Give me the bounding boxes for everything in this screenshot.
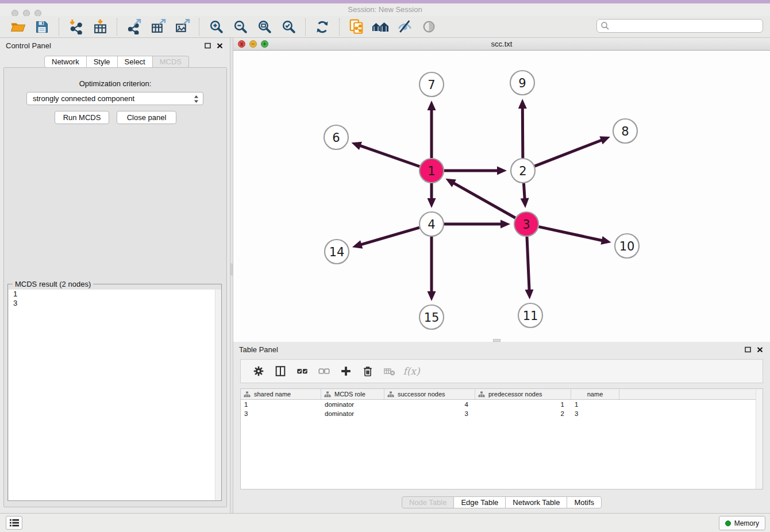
memory-button[interactable]: Memory	[719, 516, 765, 530]
column-header-name[interactable]: name	[571, 389, 619, 399]
zoom-selected-icon[interactable]	[279, 18, 298, 36]
network-close-button[interactable]: x	[238, 40, 245, 48]
export-network-icon[interactable]	[125, 18, 143, 36]
network-canvas[interactable]: 7968124314101511	[233, 51, 770, 342]
graph-node-label: 11	[523, 309, 538, 323]
network-maximize-button[interactable]: +	[261, 40, 268, 48]
splitter-handle[interactable]	[230, 263, 233, 276]
graph-node-label: 15	[424, 311, 440, 325]
graph-edge-3-10[interactable]	[538, 227, 604, 241]
toolbar-separator	[339, 18, 340, 36]
column-header-MCDS-role[interactable]: MCDS role	[321, 389, 384, 399]
show-graphics-details-icon[interactable]	[419, 18, 438, 36]
import-table-icon[interactable]	[91, 18, 109, 36]
memory-status-icon	[725, 521, 731, 526]
table-cell: 1	[571, 400, 619, 409]
float-panel-icon[interactable]	[205, 43, 211, 49]
column-header-shared-name[interactable]: shared name	[241, 389, 321, 399]
criterion-dropdown[interactable]: strongly connected component	[26, 92, 203, 105]
tab-mcds[interactable]: MCDS	[152, 56, 189, 68]
table-body: 1dominator4113dominator323	[241, 400, 763, 418]
deselect-all-columns-icon[interactable]	[314, 361, 334, 381]
node-table: shared nameMCDS rolesuccessor nodesprede…	[240, 388, 763, 489]
result-scrollbar[interactable]	[215, 290, 221, 500]
duplicate-network-icon[interactable]	[347, 18, 365, 36]
search-input[interactable]	[596, 19, 763, 33]
task-list-icon	[9, 518, 20, 527]
tab-network[interactable]: Network	[44, 56, 87, 68]
tab-motifs[interactable]: Motifs	[567, 496, 602, 508]
network-window-title: scc.txt	[233, 38, 770, 51]
show-columns-icon[interactable]	[271, 361, 290, 381]
tab-select[interactable]: Select	[117, 56, 153, 68]
table-cell: 3	[571, 409, 619, 418]
open-file-icon[interactable]	[9, 18, 27, 36]
select-all-columns-icon[interactable]	[292, 361, 312, 381]
graph-node-9[interactable]: 9	[510, 71, 534, 95]
column-header-label: shared name	[254, 391, 291, 398]
tab-style[interactable]: Style	[86, 56, 118, 68]
add-column-icon[interactable]	[336, 361, 356, 381]
hide-graphics-details-icon[interactable]	[395, 18, 414, 36]
delete-column-trash-icon[interactable]	[358, 361, 378, 381]
graph-node-10[interactable]: 10	[615, 234, 639, 258]
tab-node-table[interactable]: Node Table	[402, 496, 455, 508]
float-panel-icon[interactable]	[745, 346, 752, 353]
graph-edge-arrowhead	[500, 220, 510, 229]
graph-edge-2-9[interactable]	[522, 106, 523, 158]
control-panel: Control Panel Network Style Select MCDS …	[0, 38, 230, 513]
table-row[interactable]: 1dominator411	[241, 400, 763, 409]
table-settings-gear-icon[interactable]	[249, 361, 268, 381]
table-cell: 1	[241, 400, 321, 409]
graph-node-8[interactable]: 8	[613, 119, 637, 143]
table-cell: 2	[475, 409, 571, 418]
result-list-item[interactable]: 1	[9, 290, 221, 299]
export-table-icon[interactable]	[149, 18, 167, 36]
zoom-fit-icon[interactable]	[255, 18, 274, 36]
graph-edge-3-11[interactable]	[527, 237, 529, 292]
tab-network-table[interactable]: Network Table	[505, 496, 567, 508]
network-window-titlebar[interactable]: x − + scc.txt	[233, 38, 770, 51]
close-panel-icon[interactable]	[757, 346, 763, 353]
criterion-value: strongly connected component	[33, 94, 134, 103]
task-history-button[interactable]	[6, 516, 22, 530]
save-session-icon[interactable]	[33, 18, 51, 36]
mcds-result-title: MCDS result (2 nodes)	[13, 280, 93, 288]
table-row[interactable]: 3dominator323	[241, 409, 763, 418]
graph-edge-2-8[interactable]	[535, 139, 604, 166]
graph-node-11[interactable]: 11	[518, 303, 542, 327]
column-header-successor-nodes[interactable]: successor nodes	[384, 389, 475, 399]
graph-edge-3-1[interactable]	[452, 182, 515, 218]
graph-node-6[interactable]: 6	[324, 125, 348, 149]
graph-node-15[interactable]: 15	[419, 305, 444, 329]
import-network-icon[interactable]	[67, 18, 85, 36]
graph-edge-4-14[interactable]	[359, 228, 419, 245]
graph-node-7[interactable]: 7	[419, 72, 444, 97]
run-mcds-button[interactable]: Run MCDS	[55, 111, 109, 124]
result-list-item[interactable]: 3	[9, 299, 221, 308]
apply-layout-icon[interactable]	[313, 18, 332, 36]
graph-node-label: 6	[332, 131, 340, 145]
graph-edge-1-6[interactable]	[358, 145, 419, 167]
graph-node-3[interactable]: 3	[514, 212, 538, 236]
export-image-icon[interactable]	[173, 18, 191, 36]
graph-node-label: 9	[518, 76, 526, 90]
tab-edge-table[interactable]: Edge Table	[453, 496, 506, 508]
graph-node-4[interactable]: 4	[419, 212, 444, 236]
control-panel-header: Control Panel	[0, 38, 230, 54]
zoom-out-icon[interactable]	[231, 18, 249, 36]
network-minimize-button[interactable]: −	[249, 40, 257, 48]
graph-node-2[interactable]: 2	[511, 159, 535, 183]
table-scrollbar[interactable]	[756, 389, 763, 489]
network-view-window: x − + scc.txt 7968124314101511	[233, 38, 770, 342]
table-cell: 3	[241, 409, 321, 418]
zoom-in-icon[interactable]	[207, 18, 225, 36]
graph-node-1[interactable]: 1	[419, 159, 444, 183]
column-header-predecessor-nodes[interactable]: predecessor nodes	[475, 389, 571, 399]
close-panel-icon[interactable]	[217, 43, 223, 49]
close-panel-button[interactable]: Close panel	[117, 111, 176, 124]
first-neighbors-icon[interactable]	[371, 18, 390, 36]
function-builder-icon: f(x)	[402, 361, 421, 381]
memory-label: Memory	[734, 519, 759, 527]
graph-node-14[interactable]: 14	[325, 240, 349, 264]
